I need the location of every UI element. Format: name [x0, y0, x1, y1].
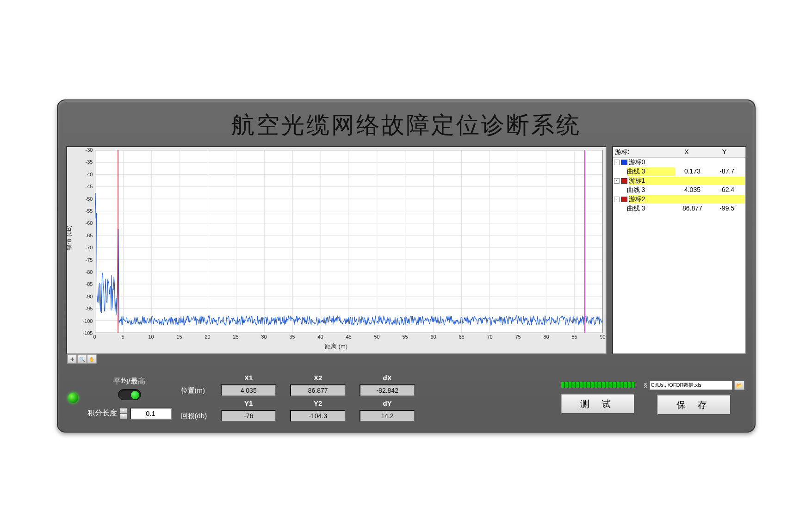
tree-expand-icon[interactable]: -: [614, 197, 620, 202]
curve-name: 曲线 3: [627, 186, 676, 194]
readout-grid: X1 X2 dX 位置(m) 4.035 86.877 -82.842 Y1 Y…: [181, 374, 415, 422]
status-led-icon: [68, 393, 78, 403]
integral-spinner: ▲ ▼: [120, 408, 127, 419]
integral-length-group: 积分长度 ▲ ▼ 0.1: [87, 408, 172, 420]
curve-name: 曲线 3: [627, 167, 676, 176]
chart-svg: [95, 150, 602, 333]
y1-header: Y1: [221, 399, 276, 407]
x2-readout: 86.877: [290, 384, 346, 396]
folder-browse-icon[interactable]: 📂: [734, 381, 744, 390]
file-path-field[interactable]: C:\Us...\OFDR数据.xls: [649, 381, 732, 390]
avg-max-toggle[interactable]: [118, 389, 141, 400]
tree-expand-icon[interactable]: -: [614, 160, 620, 165]
curve-y: -62.4: [710, 186, 744, 194]
cursor-swatch-icon: [621, 160, 627, 165]
cursor-panel-header: 游标: X Y: [613, 147, 745, 158]
x-axis-label: 距离 (m): [325, 342, 347, 351]
main-row: 幅值 (dB) -30-35-40-45-50-55-60-65-70-75-8…: [66, 146, 746, 354]
cursor-swatch-icon: [621, 178, 627, 184]
file-path-row: § C:\Us...\OFDR数据.xls 📂: [644, 381, 744, 390]
cursor-header-label: 游标:: [615, 148, 668, 156]
cursor-item[interactable]: -游标2: [613, 195, 745, 204]
return-loss-label: 回损(db): [181, 412, 207, 421]
cursor-header-x: X: [668, 148, 706, 156]
dx-header: dX: [360, 374, 415, 382]
x1-readout: 4.035: [221, 384, 276, 396]
tree-expand-icon[interactable]: -: [614, 178, 620, 184]
cursor-item[interactable]: -游标0: [613, 158, 745, 167]
x2-header: X2: [290, 374, 346, 382]
save-button[interactable]: 保 存: [657, 395, 731, 415]
y2-readout: -104.3: [290, 410, 346, 422]
file-path-icon: §: [644, 382, 647, 389]
cursor-header-y: Y: [706, 148, 744, 156]
cursor-panel: 游标: X Y -游标0曲线 30.173-87.7-游标1曲线 34.035-…: [612, 146, 746, 354]
cursor-child-row[interactable]: 曲线 386.877-99.5: [613, 204, 745, 213]
dy-readout: 14.2: [360, 410, 415, 422]
cursor-name: 游标2: [629, 195, 744, 204]
app-title: 航空光缆网络故障定位诊断系统: [66, 110, 746, 141]
cursor-child-row[interactable]: 曲线 34.035-62.4: [613, 186, 745, 195]
curve-x: 0.173: [675, 167, 710, 176]
dx-readout: -82.842: [360, 384, 415, 396]
y-ticks: -30-35-40-45-50-55-60-65-70-75-80-85-90-…: [67, 150, 94, 333]
curve-y: -87.7: [710, 167, 744, 176]
cursor-child-row[interactable]: 曲线 30.173-87.7: [613, 167, 745, 176]
app-panel: 航空光缆网络故障定位诊断系统 幅值 (dB) -30-35-40-45-50-5…: [57, 99, 756, 433]
integral-up-icon[interactable]: ▲: [120, 408, 127, 414]
curve-x: 86.877: [675, 204, 710, 213]
cursor-name: 游标0: [629, 158, 744, 167]
chart-tool-zoom-icon[interactable]: 🔍: [77, 355, 87, 363]
cursor-swatch-icon: [621, 197, 627, 202]
cursor-item[interactable]: -游标1: [613, 176, 745, 186]
chart-toolbar: ✛ 🔍 ✋: [67, 354, 97, 364]
chart-tool-crosshair-icon[interactable]: ✛: [68, 355, 77, 363]
position-label: 位置(m): [181, 386, 207, 395]
x-ticks: 051015202530354045505560657075808590: [95, 334, 603, 342]
integral-length-label: 积分长度: [87, 408, 117, 418]
dy-header: dY: [360, 399, 415, 407]
integral-length-field[interactable]: 0.1: [130, 408, 172, 420]
integral-down-icon[interactable]: ▼: [120, 414, 127, 419]
cursor-tree: -游标0曲线 30.173-87.7-游标1曲线 34.035-62.4-游标2…: [613, 158, 745, 213]
avg-max-label: 平均/最高: [113, 377, 145, 386]
curve-y: -99.5: [710, 204, 744, 213]
cursor-name: 游标1: [629, 177, 744, 185]
curve-name: 曲线 3: [627, 204, 676, 213]
curve-x: 4.035: [675, 186, 710, 194]
test-button[interactable]: 测 试: [561, 394, 635, 414]
y1-readout: -76: [221, 410, 276, 422]
chart-frame[interactable]: 幅值 (dB) -30-35-40-45-50-55-60-65-70-75-8…: [66, 146, 607, 354]
chart-plot-area[interactable]: [95, 150, 603, 333]
x1-header: X1: [221, 374, 276, 382]
chart-tool-hand-icon[interactable]: ✋: [87, 355, 96, 363]
bottom-bar: 平均/最高 积分长度 ▲ ▼ 0.1 X1 X2 dX 位置(m) 4.035 …: [66, 369, 746, 427]
y2-header: Y2: [290, 399, 346, 407]
progress-bar: [561, 382, 635, 388]
avg-max-group: 平均/最高: [87, 377, 172, 400]
